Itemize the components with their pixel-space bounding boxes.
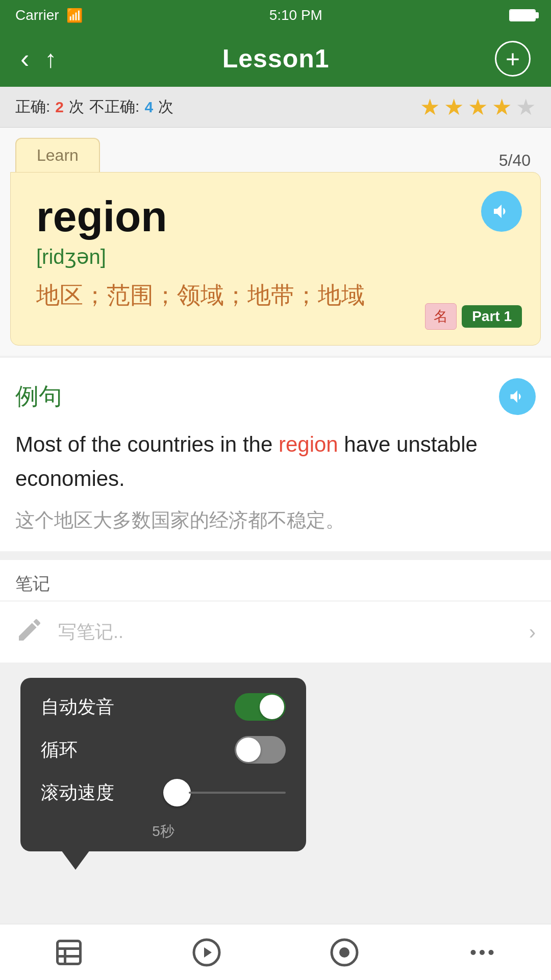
up-button[interactable]: ↑ bbox=[44, 45, 57, 73]
speed-slider[interactable] bbox=[163, 779, 286, 806]
card-area: Learn 5/40 region [ridʒən] 地区；范围；领域；地带；地… bbox=[0, 128, 551, 356]
autoplay-toggle-knob bbox=[260, 695, 284, 719]
sentence-part-1: Most of the countries in the bbox=[15, 432, 279, 456]
play-button[interactable] bbox=[186, 932, 227, 973]
status-bar: Carrier 📶 5:10 PM bbox=[0, 0, 551, 31]
add-button[interactable]: + bbox=[495, 41, 531, 77]
star-5[interactable]: ★ bbox=[516, 94, 536, 120]
autoplay-toggle[interactable] bbox=[235, 693, 286, 721]
svg-point-8 bbox=[471, 950, 476, 955]
record-button[interactable] bbox=[324, 932, 365, 973]
example-translation: 这个地区大多数国家的经济都不稳定。 bbox=[15, 505, 536, 536]
wrong-unit: 次 bbox=[158, 96, 173, 117]
star-1[interactable]: ★ bbox=[420, 94, 440, 120]
example-audio-button[interactable] bbox=[499, 378, 536, 415]
status-left: Carrier 📶 bbox=[15, 7, 83, 23]
settings-popup-container: 自动发音 循环 滚动速度 5秒 bbox=[0, 663, 551, 851]
rating-stars[interactable]: ★ ★ ★ ★ ★ bbox=[420, 94, 536, 120]
svg-marker-5 bbox=[204, 947, 212, 958]
settings-row-speed: 滚动速度 bbox=[41, 779, 286, 806]
speaker-icon bbox=[491, 201, 512, 222]
svg-point-9 bbox=[480, 950, 485, 955]
tag-part: Part 1 bbox=[462, 305, 522, 328]
settings-row-loop: 循环 bbox=[41, 736, 286, 764]
star-4[interactable]: ★ bbox=[492, 94, 512, 120]
svg-rect-0 bbox=[58, 941, 81, 964]
stats-bar: 正确: 2 次 不正确: 4 次 ★ ★ ★ ★ ★ bbox=[0, 87, 551, 128]
speed-label: 滚动速度 bbox=[41, 780, 114, 805]
notes-placeholder[interactable]: 写笔记.. bbox=[58, 620, 519, 645]
bottom-toolbar bbox=[0, 924, 551, 980]
speed-value: 5秒 bbox=[41, 822, 286, 841]
correct-count: 2 bbox=[55, 99, 64, 116]
slider-track bbox=[189, 792, 286, 794]
vocab-card: region [ridʒən] 地区；范围；领域；地带；地域 名 Part 1 bbox=[10, 172, 541, 346]
notes-section: 笔记 写笔记.. › bbox=[0, 559, 551, 663]
more-icon bbox=[467, 937, 497, 968]
wrong-count: 4 bbox=[144, 99, 153, 116]
vocab-pronunciation: [ridʒən] bbox=[36, 245, 515, 268]
autoplay-label: 自动发音 bbox=[41, 695, 114, 720]
vocab-audio-button[interactable] bbox=[481, 191, 522, 232]
learn-tab-wrapper: Learn 5/40 bbox=[10, 128, 541, 172]
vocab-word: region bbox=[36, 193, 515, 240]
example-section: 例句 Most of the countries in the region h… bbox=[0, 358, 551, 551]
notes-input-row[interactable]: 写笔记.. › bbox=[15, 601, 536, 663]
star-2[interactable]: ★ bbox=[444, 94, 464, 120]
svg-point-7 bbox=[339, 947, 349, 958]
example-title: 例句 bbox=[15, 381, 62, 412]
stats-left: 正确: 2 次 不正确: 4 次 bbox=[15, 96, 173, 117]
play-icon bbox=[191, 937, 222, 968]
speaker-icon-example bbox=[508, 387, 527, 406]
notes-chevron-icon: › bbox=[529, 621, 536, 644]
svg-point-10 bbox=[489, 950, 494, 955]
time-label: 5:10 PM bbox=[269, 7, 322, 23]
back-button[interactable]: ‹ bbox=[20, 45, 29, 72]
notes-edit-icon bbox=[15, 616, 48, 648]
wrong-label: 不正确: bbox=[89, 96, 139, 117]
settings-row-autoplay: 自动发音 bbox=[41, 693, 286, 721]
loop-toggle-knob bbox=[236, 738, 261, 762]
example-header: 例句 bbox=[15, 378, 536, 415]
settings-popup: 自动发音 循环 滚动速度 5秒 bbox=[20, 678, 306, 851]
nav-bar: ‹ ↑ Lesson1 + bbox=[0, 31, 551, 87]
vocab-tags: 名 Part 1 bbox=[425, 303, 522, 330]
page-title: Lesson1 bbox=[222, 44, 330, 74]
nav-left: ‹ ↑ bbox=[20, 45, 57, 73]
notes-label: 笔记 bbox=[15, 572, 536, 596]
list-icon bbox=[54, 937, 84, 968]
sentence-highlight: region bbox=[279, 432, 338, 456]
correct-unit: 次 bbox=[69, 96, 84, 117]
star-3[interactable]: ★ bbox=[468, 94, 488, 120]
example-sentence: Most of the countries in the region have… bbox=[15, 427, 536, 496]
carrier-label: Carrier bbox=[15, 7, 59, 23]
loop-toggle[interactable] bbox=[235, 736, 286, 764]
slider-knob[interactable] bbox=[163, 779, 191, 806]
battery-icon bbox=[509, 9, 536, 21]
more-button[interactable] bbox=[462, 932, 503, 973]
tag-noun: 名 bbox=[425, 303, 457, 330]
list-button[interactable] bbox=[48, 932, 89, 973]
correct-label: 正确: bbox=[15, 96, 50, 117]
record-icon bbox=[329, 937, 360, 968]
card-progress: 5/40 bbox=[499, 151, 536, 172]
loop-label: 循环 bbox=[41, 738, 78, 763]
wifi-icon: 📶 bbox=[66, 8, 83, 23]
learn-tab[interactable]: Learn bbox=[15, 138, 100, 172]
